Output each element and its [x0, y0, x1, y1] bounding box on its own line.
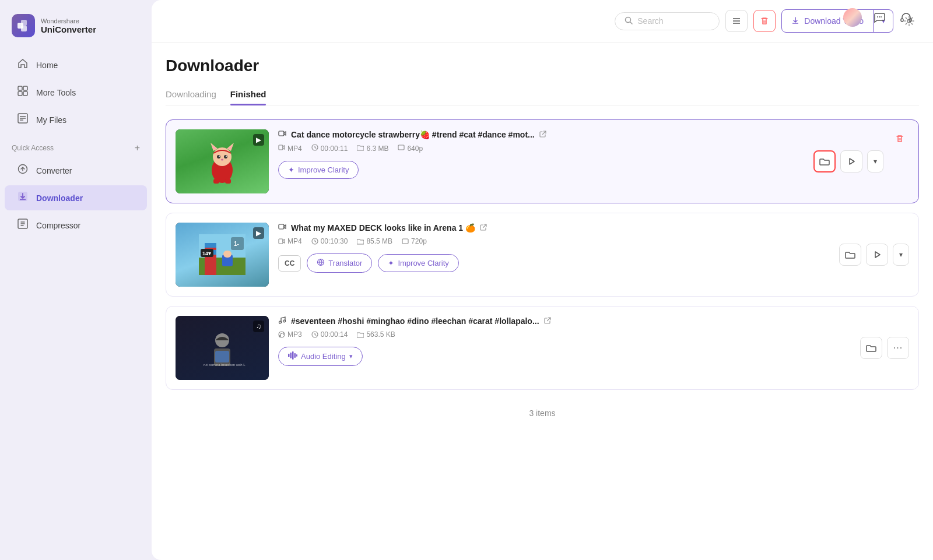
svg-point-17 — [881, 16, 882, 17]
svg-marker-47 — [850, 159, 854, 164]
home-icon — [16, 58, 29, 72]
media-meta-3: MP3 00:00:14 563.5 KB — [278, 330, 909, 339]
svg-text:14▾: 14▾ — [202, 251, 211, 256]
svg-rect-51 — [205, 243, 216, 248]
search-icon — [625, 16, 633, 26]
tab-downloading[interactable]: Downloading — [166, 84, 216, 105]
media-info-3: #seventeen #hoshi #minghao #dino #leecha… — [278, 316, 909, 366]
cc-button-2[interactable]: CC — [278, 255, 301, 272]
sidebar-item-downloader[interactable]: Downloader — [5, 185, 147, 210]
duration-3: 00:00:14 — [311, 330, 348, 339]
resolution-icon-1 — [398, 144, 405, 153]
svg-rect-76 — [292, 351, 294, 360]
sidebar-item-compressor-label: Compressor — [36, 221, 80, 230]
main-content: Search — [152, 0, 933, 560]
search-placeholder: Search — [637, 16, 663, 26]
resolution-2: 720p — [402, 237, 427, 245]
clock-icon-1 — [311, 144, 318, 153]
audio-editing-button-3[interactable]: Audio Editing ▾ — [278, 347, 363, 366]
sidebar-item-downloader-label: Downloader — [36, 193, 83, 203]
page-title: Downloader — [166, 43, 919, 84]
sidebar-item-home[interactable]: Home — [5, 52, 147, 78]
tab-finished[interactable]: Finished — [230, 84, 266, 105]
svg-rect-19 — [909, 19, 911, 22]
audio-editing-dropdown-3[interactable]: ▾ — [349, 353, 353, 360]
sidebar-item-converter[interactable]: Converter — [5, 158, 147, 183]
downloader-icon — [16, 191, 29, 205]
chevron-down-icon-2: ▾ — [899, 251, 903, 259]
chevron-down-icon-1: ▾ — [874, 157, 877, 165]
action-buttons-2: CC Translator ✦ Improve Clarity — [278, 253, 909, 273]
more-button-2[interactable]: ▾ — [893, 244, 909, 266]
media-title-1: Cat dance motorcycle strawberry🍓 #trend … — [278, 129, 909, 139]
quick-access-header: Quick Access + — [0, 133, 152, 157]
title-text-3: #seventeen #hoshi #minghao #dino #leecha… — [291, 316, 539, 326]
compressor-icon — [16, 219, 29, 232]
thumbnail-3: rut camera braroken wah LETHAL.. ♫ — [176, 316, 269, 380]
svg-point-15 — [877, 16, 878, 17]
duration-1: 00:00:11 — [311, 144, 348, 153]
more-options-button-3[interactable]: ··· — [887, 337, 909, 359]
tabs: Downloading Finished — [166, 84, 919, 105]
svg-rect-77 — [294, 353, 296, 358]
item-delete-button-1[interactable] — [890, 129, 909, 148]
svg-point-72 — [279, 336, 281, 337]
svg-rect-3 — [18, 86, 22, 90]
sidebar-item-my-files[interactable]: My Files — [5, 107, 147, 132]
svg-rect-40 — [225, 179, 231, 184]
folder-button-1[interactable] — [813, 150, 836, 172]
sidebar-item-converter-label: Converter — [36, 166, 72, 175]
svg-rect-75 — [290, 353, 292, 358]
external-link-icon-3[interactable] — [544, 316, 551, 326]
music-icon-3 — [278, 316, 286, 326]
format-1: MP4 — [278, 144, 302, 153]
svg-point-34 — [217, 155, 220, 159]
video-type-icon-1: ▶ — [253, 134, 264, 146]
delete-all-button[interactable] — [753, 10, 776, 32]
convert-button-1[interactable] — [840, 150, 862, 172]
folder-button-2[interactable] — [839, 244, 861, 266]
external-link-icon-1[interactable] — [539, 130, 546, 139]
media-meta-2: MP4 00:10:30 85.5 MB — [278, 237, 909, 245]
translator-button-2[interactable]: Translator — [307, 253, 372, 273]
title-text-1: Cat dance motorcycle strawberry🍓 #trend … — [291, 130, 535, 139]
svg-point-35 — [224, 155, 227, 159]
svg-rect-2 — [21, 26, 27, 31]
duration-2: 00:10:30 — [311, 237, 348, 245]
svg-rect-60 — [279, 239, 283, 244]
improve-clarity-button-1[interactable]: ✦ Improve Clarity — [278, 161, 359, 179]
svg-rect-78 — [296, 354, 297, 357]
folder-button-3[interactable] — [860, 337, 882, 359]
filesize-1: 6.3 MB — [357, 144, 388, 153]
sidebar-item-more-tools-label: More Tools — [36, 88, 76, 97]
download-icon — [791, 16, 799, 26]
video-type-icon-2: ▶ — [253, 227, 264, 239]
sidebar-item-compressor[interactable]: Compressor — [5, 213, 147, 238]
svg-rect-1 — [21, 20, 27, 26]
action-buttons-3: Audio Editing ▾ — [278, 347, 909, 366]
chat-icon[interactable] — [870, 8, 889, 27]
search-box[interactable]: Search — [615, 12, 720, 30]
convert-button-2[interactable] — [866, 244, 888, 266]
quick-access-add-button[interactable]: + — [135, 143, 140, 153]
external-link-icon-2[interactable] — [480, 223, 487, 233]
sidebar-item-more-tools[interactable]: More Tools — [5, 80, 147, 105]
media-title-3: #seventeen #hoshi #minghao #dino #leecha… — [278, 316, 909, 326]
title-text-2: What my MAXED DECK looks like in Arena 1… — [291, 223, 475, 233]
app-logo: Wondershare UniConverter — [0, 9, 152, 51]
user-avatar[interactable] — [843, 8, 862, 27]
media-title-2: What my MAXED DECK looks like in Arena 1… — [278, 223, 909, 233]
format-2: MP4 — [278, 237, 302, 245]
improve-clarity-button-2[interactable]: ✦ Improve Clarity — [378, 254, 458, 272]
logo-text: Wondershare UniConverter — [41, 17, 96, 34]
svg-rect-59 — [279, 224, 284, 229]
headphone-icon[interactable] — [897, 8, 916, 27]
svg-point-37 — [226, 156, 227, 157]
audio-wave-icon-3 — [288, 351, 297, 361]
svg-rect-39 — [213, 179, 219, 184]
resolution-1: 640p — [398, 144, 423, 153]
list-view-button[interactable] — [725, 10, 748, 32]
svg-rect-4 — [23, 86, 27, 90]
more-button-1[interactable]: ▾ — [867, 150, 883, 172]
media-info-2: What my MAXED DECK looks like in Arena 1… — [278, 223, 909, 273]
